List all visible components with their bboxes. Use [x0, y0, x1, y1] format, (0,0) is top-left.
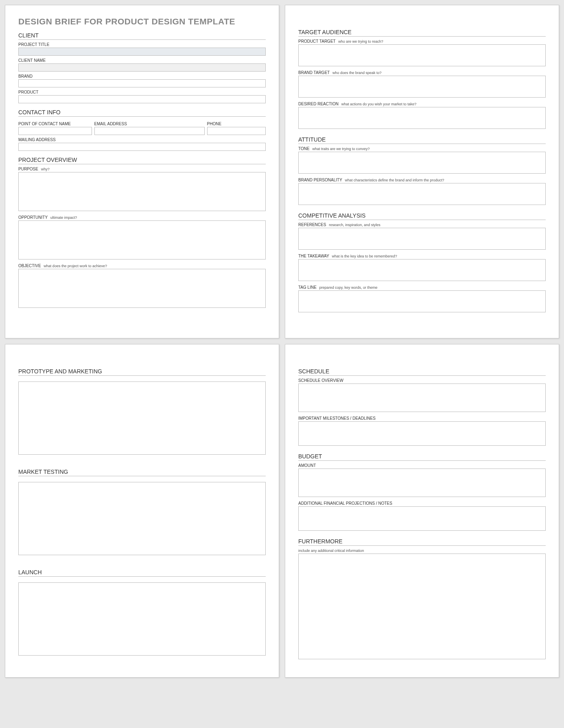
input-purpose[interactable]	[18, 172, 266, 211]
section-client: CLIENT	[18, 32, 266, 40]
page-2: TARGET AUDIENCE PRODUCT TARGET who are w…	[285, 5, 559, 338]
input-client-name[interactable]	[18, 63, 266, 72]
input-brand-target[interactable]	[298, 76, 546, 98]
input-project-title[interactable]	[18, 48, 266, 56]
input-budget-notes[interactable]	[298, 506, 546, 531]
section-schedule: SCHEDULE	[298, 368, 546, 376]
input-amount[interactable]	[298, 469, 546, 497]
label-brand-target-text: BRAND TARGET	[298, 70, 330, 75]
hint-tone: what traits are we trying to convey?	[312, 147, 369, 151]
hint-opportunity: ultimate impact?	[50, 216, 77, 220]
section-launch: LAUNCH	[18, 569, 266, 577]
page-3: PROTOTYPE AND MARKETING MARKET TESTING L…	[5, 344, 279, 678]
label-personality: BRAND PERSONALITY what characteristics d…	[298, 178, 546, 182]
input-tagline[interactable]	[298, 290, 546, 312]
section-contact: CONTACT INFO	[18, 109, 266, 117]
section-budget: BUDGET	[298, 453, 546, 461]
label-purpose-text: PURPOSE	[18, 167, 38, 171]
label-brand: BRAND	[18, 74, 266, 78]
label-personality-text: BRAND PERSONALITY	[298, 178, 342, 182]
label-opportunity-text: OPPORTUNITY	[18, 215, 48, 220]
input-mailing[interactable]	[18, 143, 266, 151]
input-furthermore[interactable]	[298, 554, 546, 659]
input-product[interactable]	[18, 95, 266, 103]
label-product-target: PRODUCT TARGET who are we trying to reac…	[298, 39, 546, 44]
section-attitude: ATTITUDE	[298, 136, 546, 144]
section-overview: PROJECT OVERVIEW	[18, 157, 266, 164]
label-references: REFERENCES research, inspiration, and st…	[298, 222, 546, 227]
input-market-testing[interactable]	[18, 482, 266, 555]
label-objective-text: OBJECTIVE	[18, 264, 41, 268]
section-furthermore: FURTHERMORE	[298, 538, 546, 546]
label-tone: TONE what traits are we trying to convey…	[298, 146, 546, 151]
hint-brand-target: who does the brand speak to?	[332, 71, 382, 75]
hint-furthermore: include any additional critical informat…	[298, 548, 546, 553]
label-tagline-text: TAG LINE	[298, 285, 317, 290]
section-market-testing: MARKET TESTING	[18, 469, 266, 476]
input-schedule-overview[interactable]	[298, 384, 546, 412]
input-personality[interactable]	[298, 183, 546, 205]
hint-tagline: prepared copy, key words, or theme	[319, 286, 378, 290]
hint-references: research, inspiration, and styles	[329, 223, 380, 227]
page-4: SCHEDULE SCHEDULE OVERVIEW IMPORTANT MIL…	[285, 344, 559, 678]
input-phone[interactable]	[207, 127, 266, 135]
label-email: EMAIL ADDRESS	[94, 122, 205, 126]
label-reaction-text: DESIRED REACTION	[298, 102, 339, 106]
label-phone: PHONE	[207, 122, 266, 126]
input-tone[interactable]	[298, 152, 546, 174]
label-project-title: PROJECT TITLE	[18, 42, 266, 47]
input-references[interactable]	[298, 228, 546, 250]
hint-purpose: why?	[41, 167, 50, 171]
hint-personality: what characteristics define the brand an…	[345, 178, 444, 182]
hint-product-target: who are we trying to reach?	[338, 39, 383, 44]
input-email[interactable]	[94, 127, 205, 135]
label-purpose: PURPOSE why?	[18, 167, 266, 171]
hint-reaction: what actions do you wish your market to …	[341, 102, 417, 106]
label-client-name: CLIENT NAME	[18, 58, 266, 63]
input-brand[interactable]	[18, 79, 266, 87]
input-product-target[interactable]	[298, 44, 546, 66]
section-prototype: PROTOTYPE AND MARKETING	[18, 368, 266, 376]
label-product: PRODUCT	[18, 90, 266, 94]
label-mailing: MAILING ADDRESS	[18, 137, 266, 142]
label-takeaway: THE TAKEAWAY what is the key idea to be …	[298, 254, 546, 258]
label-poc: POINT OF CONTACT NAME	[18, 122, 92, 126]
page-1: DESIGN BRIEF FOR PRODUCT DESIGN TEMPLATE…	[5, 5, 279, 338]
label-objective: OBJECTIVE what does the project work to …	[18, 264, 266, 268]
input-objective[interactable]	[18, 269, 266, 308]
label-schedule-overview: SCHEDULE OVERVIEW	[298, 378, 546, 383]
label-brand-target: BRAND TARGET who does the brand speak to…	[298, 70, 546, 75]
input-opportunity[interactable]	[18, 220, 266, 259]
input-launch[interactable]	[18, 582, 266, 656]
label-budget-notes: ADDITIONAL FINANCIAL PROJECTIONS / NOTES	[298, 501, 546, 506]
label-milestones: IMPORTANT MILESTONES / DEADLINES	[298, 416, 546, 421]
section-competitive: COMPETITIVE ANALYSIS	[298, 212, 546, 220]
label-tagline: TAG LINE prepared copy, key words, or th…	[298, 285, 546, 290]
label-product-target-text: PRODUCT TARGET	[298, 39, 336, 44]
input-milestones[interactable]	[298, 421, 546, 446]
hint-objective: what does the project work to achieve?	[44, 264, 107, 268]
input-takeaway[interactable]	[298, 259, 546, 281]
input-prototype[interactable]	[18, 381, 266, 455]
label-tone-text: TONE	[298, 146, 310, 151]
label-references-text: REFERENCES	[298, 222, 326, 227]
hint-takeaway: what is the key idea to be remembered?	[332, 254, 397, 258]
section-target: TARGET AUDIENCE	[298, 29, 546, 37]
input-poc[interactable]	[18, 127, 92, 135]
label-amount: AMOUNT	[298, 463, 546, 468]
label-takeaway-text: THE TAKEAWAY	[298, 254, 329, 258]
label-reaction: DESIRED REACTION what actions do you wis…	[298, 102, 546, 106]
label-opportunity: OPPORTUNITY ultimate impact?	[18, 215, 266, 220]
document-title: DESIGN BRIEF FOR PRODUCT DESIGN TEMPLATE	[18, 17, 266, 26]
hint-furthermore-text: include any additional critical informat…	[298, 549, 364, 553]
input-reaction[interactable]	[298, 107, 546, 129]
